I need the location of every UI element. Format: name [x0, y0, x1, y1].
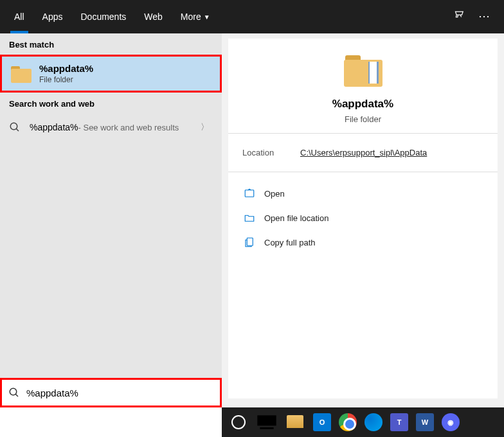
search-input[interactable]	[26, 388, 213, 398]
action-open-location[interactable]: Open file location	[240, 206, 486, 230]
web-result-suffix: - See work and web results	[78, 123, 179, 132]
location-path[interactable]: C:\Users\erpsupport_sipl\AppData	[300, 148, 427, 157]
teams-icon[interactable]: T	[390, 413, 408, 431]
task-view-icon[interactable]	[256, 412, 277, 433]
tab-apps[interactable]: Apps	[33, 0, 72, 33]
file-explorer-icon[interactable]	[285, 412, 305, 433]
tab-all[interactable]: All	[5, 0, 33, 33]
svg-rect-2	[245, 190, 254, 197]
detail-subtitle: File folder	[228, 114, 498, 124]
result-subtitle: File folder	[39, 75, 93, 84]
discord-icon[interactable]: ◉	[442, 413, 460, 431]
tab-documents[interactable]: Documents	[71, 0, 135, 33]
feedback-icon[interactable]	[454, 9, 467, 25]
svg-line-1	[16, 129, 19, 131]
chevron-right-icon: 〉	[201, 121, 213, 133]
search-work-web-label: Search work and web	[0, 93, 222, 114]
edge-icon[interactable]	[364, 413, 382, 431]
tab-web[interactable]: Web	[135, 0, 172, 33]
results-panel: Best match %appdata% File folder Search …	[0, 33, 222, 407]
search-box[interactable]	[0, 378, 222, 407]
search-icon	[9, 121, 21, 133]
svg-rect-7	[260, 427, 273, 429]
location-row: Location C:\Users\erpsupport_sipl\AppDat…	[228, 134, 498, 172]
chevron-down-icon: ▼	[204, 13, 210, 21]
folder-icon	[11, 65, 32, 83]
cortana-icon[interactable]	[228, 412, 249, 433]
taskbar: O T W ◉	[222, 407, 504, 437]
detail-panel: %appdata% File folder Location C:\Users\…	[222, 33, 504, 407]
chrome-icon[interactable]	[339, 413, 357, 431]
tab-more[interactable]: More▼	[172, 0, 219, 33]
web-result[interactable]: %appdata% - See work and web results 〉	[0, 114, 222, 141]
svg-rect-3	[247, 238, 253, 245]
svg-line-5	[15, 394, 18, 397]
best-match-label: Best match	[0, 33, 222, 55]
more-options-icon[interactable]: ⋯	[478, 9, 490, 25]
action-open[interactable]: Open	[240, 181, 486, 206]
result-title: %appdata%	[39, 63, 93, 74]
action-copy-path[interactable]: Copy full path	[240, 230, 486, 254]
search-filter-tabs: All Apps Documents Web More▼ ⋯	[0, 0, 504, 33]
web-result-text: %appdata%	[30, 122, 78, 132]
best-match-result[interactable]: %appdata% File folder	[2, 57, 220, 91]
outlook-icon[interactable]: O	[313, 413, 331, 431]
detail-title[interactable]: %appdata%	[228, 98, 498, 111]
folder-large-icon	[344, 54, 382, 87]
svg-rect-6	[257, 415, 276, 425]
word-icon[interactable]: W	[416, 413, 434, 431]
svg-point-0	[10, 123, 17, 130]
location-label: Location	[242, 148, 300, 157]
search-icon	[8, 387, 20, 398]
svg-point-4	[10, 388, 17, 395]
